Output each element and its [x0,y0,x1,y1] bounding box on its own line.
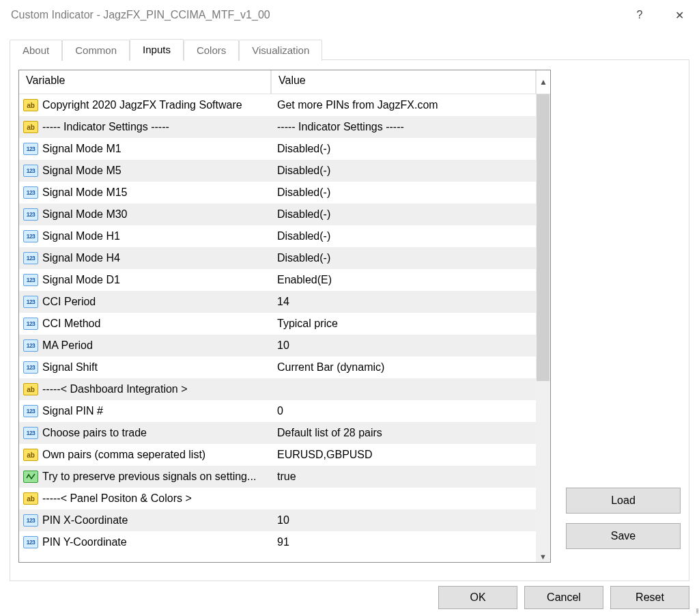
table-row[interactable]: Copyright 2020 JagzFX Trading SoftwareGe… [19,94,536,116]
variable-cell: Signal Shift [19,361,270,374]
table-row[interactable]: CCI MethodTypical price [19,313,536,335]
scroll-up-icon[interactable]: ▲ [536,70,550,94]
variable-cell: Signal Mode M15 [19,186,270,199]
variable-cell: -----< Dashboard Integration > [19,383,270,395]
value-cell[interactable]: 10 [270,339,536,352]
variable-name: Signal Mode M15 [42,186,128,199]
variable-name: ----- Indicator Settings ----- [42,121,169,133]
variable-name: Signal Mode M5 [42,165,122,177]
value-cell[interactable]: Disabled(-) [270,230,536,242]
cancel-button[interactable]: Cancel [524,586,603,609]
variable-name: Signal Mode H4 [42,252,120,264]
number-type-icon [23,186,38,199]
table-row[interactable]: -----< Dashboard Integration > [19,378,536,400]
table-row[interactable]: PIN Y-Coordinate91 [19,531,536,553]
table-row[interactable]: Signal Mode H1Disabled(-) [19,225,536,247]
titlebar: Custom Indicator - JagzFX_PIN_CCIMA_MTF_… [0,0,699,30]
load-button[interactable]: Load [566,488,681,514]
scroll-down-icon[interactable]: ▼ [536,552,550,561]
variable-cell: Signal Mode M1 [19,143,270,155]
value-cell[interactable]: Enabled(E) [270,274,536,286]
tab-about[interactable]: About [10,40,62,61]
number-type-icon [23,318,38,330]
string-type-icon [23,492,38,505]
value-cell[interactable]: Current Bar (dynamic) [270,361,536,374]
close-button[interactable]: ✕ [659,0,699,30]
number-type-icon [23,339,38,352]
table-row[interactable]: Signal Mode M5Disabled(-) [19,160,536,182]
variable-cell: CCI Period [19,296,270,308]
number-type-icon [23,143,38,155]
string-type-icon [23,449,38,461]
header-variable[interactable]: Variable [19,70,271,94]
variable-cell: CCI Method [19,318,270,330]
tab-colors[interactable]: Colors [184,40,239,61]
variable-cell: Copyright 2020 JagzFX Trading Software [19,99,270,111]
variable-cell: Signal Mode H4 [19,252,270,264]
variable-name: Signal Mode D1 [42,274,120,286]
tab-visualization[interactable]: Visualization [239,40,322,61]
value-cell[interactable]: 0 [270,405,536,417]
table-row[interactable]: Choose pairs to tradeDefault list of 28 … [19,422,536,444]
value-cell[interactable]: Disabled(-) [270,252,536,264]
variable-name: Choose pairs to trade [42,427,147,439]
table-row[interactable]: Signal Mode D1Enabled(E) [19,269,536,291]
variable-name: Signal Mode M1 [42,143,122,155]
value-cell[interactable]: 14 [270,296,536,308]
variable-name: Signal PIN # [42,405,103,417]
tab-inputs[interactable]: Inputs [130,39,184,61]
value-cell[interactable]: Default list of 28 pairs [270,427,536,439]
header-value[interactable]: Value [271,70,536,94]
resize-grip-icon[interactable]: ⁞⁞⁞ [696,607,698,615]
value-cell[interactable]: Typical price [270,318,536,330]
table-row[interactable]: Signal Mode M15Disabled(-) [19,182,536,204]
table-row[interactable]: Signal PIN #0 [19,400,536,422]
table-row[interactable]: Signal Mode H4Disabled(-) [19,247,536,269]
variable-name: PIN Y-Coordinate [42,536,127,548]
string-type-icon [23,383,38,395]
tab-common[interactable]: Common [62,40,130,61]
variable-name: Own pairs (comma seperated list) [42,449,205,461]
table-row[interactable]: MA Period10 [19,335,536,356]
table-row[interactable]: Own pairs (comma seperated list)EURUSD,G… [19,444,536,466]
value-cell[interactable]: Get more PINs from JagzFX.com [270,99,536,111]
number-type-icon [23,230,38,242]
value-cell[interactable]: ----- Indicator Settings ----- [270,121,536,133]
table-row[interactable]: ----- Indicator Settings ---------- Indi… [19,116,536,138]
value-cell[interactable]: true [270,471,536,483]
value-cell[interactable]: Disabled(-) [270,208,536,221]
variable-cell: Signal Mode D1 [19,274,270,286]
variable-name: Signal Shift [42,361,98,374]
scrollbar-thumb[interactable] [537,94,550,381]
value-cell[interactable]: Disabled(-) [270,165,536,177]
table-row[interactable]: Signal Mode M1Disabled(-) [19,138,536,160]
variable-name: Copyright 2020 JagzFX Trading Software [42,99,242,111]
reset-button[interactable]: Reset [610,586,689,609]
bool-type-icon [23,471,38,483]
string-type-icon [23,99,38,111]
variable-cell: MA Period [19,339,270,352]
number-type-icon [23,165,38,177]
inputs-panel: Variable Value ▲ Copyright 2020 JagzFX T… [18,70,554,571]
value-cell[interactable]: Disabled(-) [270,186,536,199]
help-button[interactable]: ? [620,0,659,30]
value-cell[interactable]: 10 [270,514,536,527]
value-cell[interactable]: Disabled(-) [270,143,536,155]
table-row[interactable]: Try to preserve previous signals on sett… [19,466,536,488]
ok-button[interactable]: OK [438,586,517,609]
table-row[interactable]: CCI Period14 [19,291,536,313]
number-type-icon [23,405,38,417]
variable-name: -----< Panel Positon & Colors > [42,492,192,505]
table-row[interactable]: PIN X-Coordinate10 [19,509,536,531]
value-cell[interactable]: EURUSD,GBPUSD [270,449,536,461]
table-row[interactable]: Signal ShiftCurrent Bar (dynamic) [19,356,536,378]
vertical-scrollbar[interactable]: ▼ [536,94,550,562]
variable-name: MA Period [42,339,93,352]
variable-name: Signal Mode H1 [42,230,120,242]
variable-name: CCI Period [42,296,96,308]
table-row[interactable]: -----< Panel Positon & Colors > [19,488,536,509]
value-cell[interactable]: 91 [270,536,536,548]
save-button[interactable]: Save [566,523,681,549]
number-type-icon [23,274,38,286]
table-row[interactable]: Signal Mode M30Disabled(-) [19,204,536,225]
